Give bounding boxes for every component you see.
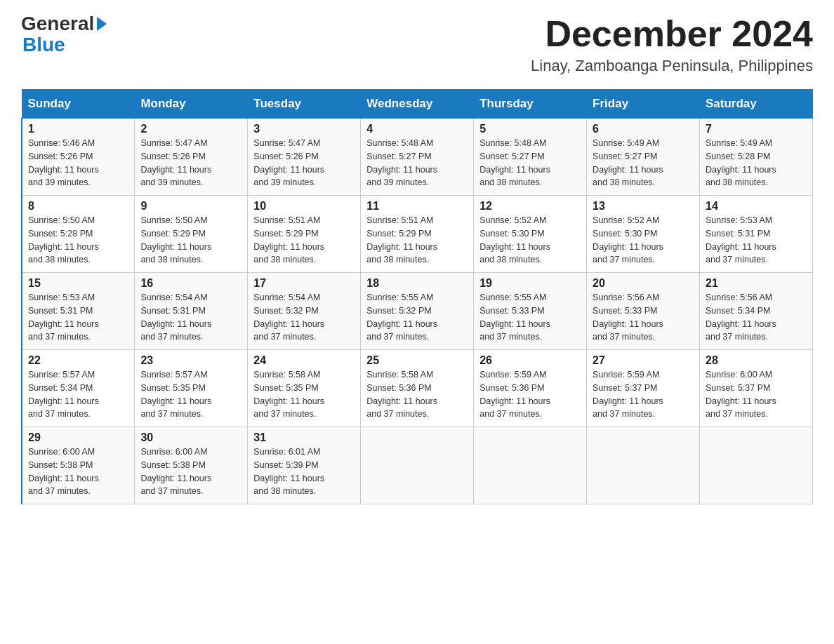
logo: General Blue — [21, 14, 108, 56]
header-saturday: Saturday — [700, 90, 813, 119]
day-info: Sunrise: 5:50 AMSunset: 5:28 PMDaylight:… — [28, 214, 128, 267]
calendar-week-row: 29Sunrise: 6:00 AMSunset: 5:38 PMDayligh… — [22, 427, 813, 504]
day-number: 1 — [28, 123, 128, 135]
calendar-cell: 14Sunrise: 5:53 AMSunset: 5:31 PMDayligh… — [700, 196, 813, 273]
day-number: 28 — [706, 354, 807, 367]
day-info: Sunrise: 6:00 AMSunset: 5:38 PMDaylight:… — [28, 445, 128, 498]
calendar-cell — [700, 427, 813, 504]
location-title: Linay, Zamboanga Peninsula, Philippines — [531, 57, 813, 75]
day-number: 30 — [140, 431, 241, 444]
day-number: 19 — [479, 277, 581, 290]
day-number: 3 — [253, 123, 355, 135]
calendar-week-row: 22Sunrise: 5:57 AMSunset: 5:34 PMDayligh… — [22, 350, 813, 427]
header-monday: Monday — [135, 90, 248, 119]
calendar-cell: 23Sunrise: 5:57 AMSunset: 5:35 PMDayligh… — [135, 350, 248, 427]
day-number: 27 — [593, 354, 694, 367]
day-number: 5 — [479, 123, 581, 135]
day-number: 7 — [706, 123, 807, 135]
title-block: December 2024 Linay, Zamboanga Peninsula… — [531, 14, 813, 75]
day-number: 26 — [479, 354, 581, 367]
calendar-cell: 8Sunrise: 5:50 AMSunset: 5:28 PMDaylight… — [22, 196, 135, 273]
day-info: Sunrise: 5:55 AMSunset: 5:33 PMDaylight:… — [479, 291, 581, 344]
calendar-cell: 27Sunrise: 5:59 AMSunset: 5:37 PMDayligh… — [587, 350, 700, 427]
day-info: Sunrise: 5:55 AMSunset: 5:32 PMDaylight:… — [366, 291, 468, 344]
day-info: Sunrise: 5:50 AMSunset: 5:29 PMDaylight:… — [140, 214, 241, 267]
calendar-cell: 21Sunrise: 5:56 AMSunset: 5:34 PMDayligh… — [700, 273, 813, 350]
day-info: Sunrise: 6:01 AMSunset: 5:39 PMDaylight:… — [253, 445, 355, 498]
page-header: General Blue December 2024 Linay, Zamboa… — [21, 14, 813, 75]
day-info: Sunrise: 5:53 AMSunset: 5:31 PMDaylight:… — [706, 214, 807, 267]
calendar-cell — [474, 427, 587, 504]
calendar-cell — [587, 427, 700, 504]
header-thursday: Thursday — [474, 90, 587, 119]
day-info: Sunrise: 5:54 AMSunset: 5:32 PMDaylight:… — [253, 291, 355, 344]
day-number: 11 — [366, 200, 468, 213]
day-info: Sunrise: 5:58 AMSunset: 5:36 PMDaylight:… — [366, 368, 468, 421]
day-info: Sunrise: 5:51 AMSunset: 5:29 PMDaylight:… — [366, 214, 468, 267]
calendar-cell: 17Sunrise: 5:54 AMSunset: 5:32 PMDayligh… — [248, 273, 361, 350]
calendar-cell: 25Sunrise: 5:58 AMSunset: 5:36 PMDayligh… — [361, 350, 474, 427]
calendar-cell: 13Sunrise: 5:52 AMSunset: 5:30 PMDayligh… — [587, 196, 700, 273]
calendar-cell: 1Sunrise: 5:46 AMSunset: 5:26 PMDaylight… — [22, 119, 135, 196]
calendar-cell: 22Sunrise: 5:57 AMSunset: 5:34 PMDayligh… — [22, 350, 135, 427]
day-number: 25 — [366, 354, 468, 367]
day-number: 13 — [593, 200, 694, 213]
day-info: Sunrise: 5:57 AMSunset: 5:34 PMDaylight:… — [28, 368, 128, 421]
day-info: Sunrise: 5:57 AMSunset: 5:35 PMDaylight:… — [140, 368, 241, 421]
calendar-cell — [361, 427, 474, 504]
header-tuesday: Tuesday — [248, 90, 361, 119]
day-number: 24 — [253, 354, 355, 367]
calendar-week-row: 15Sunrise: 5:53 AMSunset: 5:31 PMDayligh… — [22, 273, 813, 350]
calendar-cell: 19Sunrise: 5:55 AMSunset: 5:33 PMDayligh… — [474, 273, 587, 350]
logo-blue-text: Blue — [22, 34, 65, 55]
day-number: 22 — [28, 354, 128, 367]
day-info: Sunrise: 5:52 AMSunset: 5:30 PMDaylight:… — [479, 214, 581, 267]
calendar-cell: 15Sunrise: 5:53 AMSunset: 5:31 PMDayligh… — [22, 273, 135, 350]
day-info: Sunrise: 6:00 AMSunset: 5:37 PMDaylight:… — [706, 368, 807, 421]
calendar-cell: 30Sunrise: 6:00 AMSunset: 5:38 PMDayligh… — [135, 427, 248, 504]
day-number: 8 — [28, 200, 128, 213]
day-info: Sunrise: 5:56 AMSunset: 5:33 PMDaylight:… — [593, 291, 694, 344]
day-info: Sunrise: 5:46 AMSunset: 5:26 PMDaylight:… — [28, 137, 128, 189]
calendar-cell: 3Sunrise: 5:47 AMSunset: 5:26 PMDaylight… — [248, 119, 361, 196]
calendar-cell: 20Sunrise: 5:56 AMSunset: 5:33 PMDayligh… — [587, 273, 700, 350]
header-friday: Friday — [587, 90, 700, 119]
day-number: 31 — [253, 431, 355, 444]
day-info: Sunrise: 5:47 AMSunset: 5:26 PMDaylight:… — [253, 137, 355, 189]
calendar-cell: 28Sunrise: 6:00 AMSunset: 5:37 PMDayligh… — [700, 350, 813, 427]
header-wednesday: Wednesday — [361, 90, 474, 119]
day-info: Sunrise: 5:48 AMSunset: 5:27 PMDaylight:… — [366, 137, 468, 189]
day-info: Sunrise: 6:00 AMSunset: 5:38 PMDaylight:… — [140, 445, 241, 498]
calendar-cell: 18Sunrise: 5:55 AMSunset: 5:32 PMDayligh… — [361, 273, 474, 350]
logo-arrow-icon — [97, 17, 107, 31]
calendar-cell: 12Sunrise: 5:52 AMSunset: 5:30 PMDayligh… — [474, 196, 587, 273]
header-sunday: Sunday — [22, 90, 135, 119]
calendar-cell: 26Sunrise: 5:59 AMSunset: 5:36 PMDayligh… — [474, 350, 587, 427]
calendar-cell: 9Sunrise: 5:50 AMSunset: 5:29 PMDaylight… — [135, 196, 248, 273]
calendar-week-row: 8Sunrise: 5:50 AMSunset: 5:28 PMDaylight… — [22, 196, 813, 273]
day-info: Sunrise: 5:49 AMSunset: 5:27 PMDaylight:… — [593, 137, 694, 189]
day-info: Sunrise: 5:56 AMSunset: 5:34 PMDaylight:… — [706, 291, 807, 344]
calendar-cell: 4Sunrise: 5:48 AMSunset: 5:27 PMDaylight… — [361, 119, 474, 196]
calendar-cell: 5Sunrise: 5:48 AMSunset: 5:27 PMDaylight… — [474, 119, 587, 196]
calendar-cell: 2Sunrise: 5:47 AMSunset: 5:26 PMDaylight… — [135, 119, 248, 196]
day-info: Sunrise: 5:59 AMSunset: 5:36 PMDaylight:… — [479, 368, 581, 421]
day-number: 12 — [479, 200, 581, 213]
day-number: 4 — [366, 123, 468, 135]
calendar-cell: 11Sunrise: 5:51 AMSunset: 5:29 PMDayligh… — [361, 196, 474, 273]
calendar-cell: 29Sunrise: 6:00 AMSunset: 5:38 PMDayligh… — [22, 427, 135, 504]
calendar-week-row: 1Sunrise: 5:46 AMSunset: 5:26 PMDaylight… — [22, 119, 813, 196]
calendar-cell: 10Sunrise: 5:51 AMSunset: 5:29 PMDayligh… — [248, 196, 361, 273]
calendar-table: SundayMondayTuesdayWednesdayThursdayFrid… — [21, 89, 813, 504]
day-info: Sunrise: 5:59 AMSunset: 5:37 PMDaylight:… — [593, 368, 694, 421]
day-number: 10 — [253, 200, 355, 213]
day-number: 6 — [593, 123, 694, 135]
day-number: 9 — [140, 200, 241, 213]
day-info: Sunrise: 5:47 AMSunset: 5:26 PMDaylight:… — [140, 137, 241, 189]
day-info: Sunrise: 5:58 AMSunset: 5:35 PMDaylight:… — [253, 368, 355, 421]
calendar-cell: 7Sunrise: 5:49 AMSunset: 5:28 PMDaylight… — [700, 119, 813, 196]
day-number: 29 — [28, 431, 128, 444]
day-number: 21 — [706, 277, 807, 290]
day-number: 18 — [366, 277, 468, 290]
calendar-cell: 31Sunrise: 6:01 AMSunset: 5:39 PMDayligh… — [248, 427, 361, 504]
